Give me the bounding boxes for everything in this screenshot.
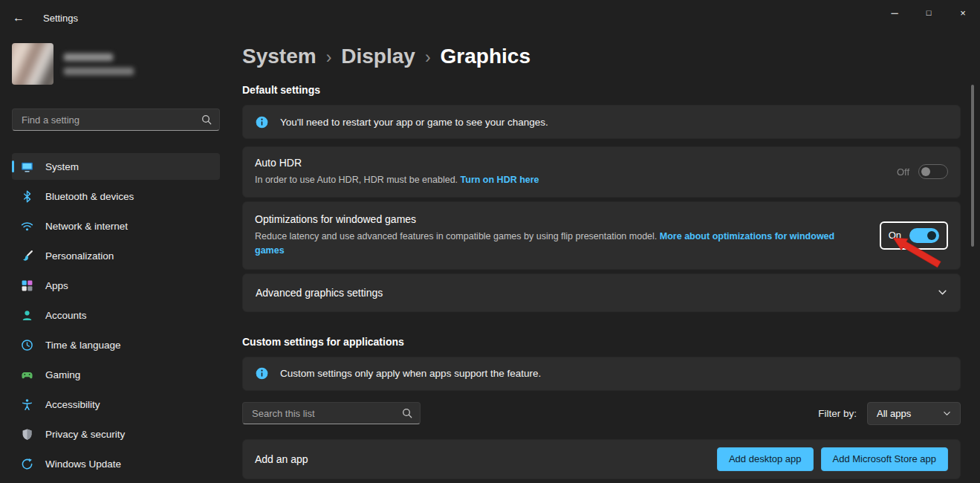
- windowed-games-toggle[interactable]: [909, 228, 939, 243]
- breadcrumb-current-graphics: Graphics: [441, 45, 530, 68]
- section-header-default-settings: Default settings: [242, 84, 961, 96]
- advanced-graphics-label: Advanced graphics settings: [256, 287, 383, 299]
- scrollbar[interactable]: [971, 85, 974, 247]
- sidebar-item-label: Gaming: [45, 369, 80, 380]
- sidebar-item-accessibility[interactable]: Accessibility: [12, 391, 220, 418]
- breadcrumb: System › Display › Graphics: [242, 45, 961, 68]
- toggle-highlight-box: On: [880, 221, 948, 250]
- wifi-icon: [21, 220, 33, 233]
- paintbrush-icon: [21, 250, 33, 262]
- shield-icon: [21, 428, 33, 441]
- breadcrumb-item-display[interactable]: Display: [341, 45, 415, 68]
- sidebar-search-input[interactable]: [20, 114, 201, 126]
- maximize-icon: □: [927, 8, 932, 17]
- window-controls: ─ □ ×: [877, 0, 980, 25]
- sidebar-item-privacy-security[interactable]: Privacy & security: [12, 421, 220, 447]
- add-store-app-button[interactable]: Add Microsoft Store app: [821, 447, 948, 471]
- list-search[interactable]: [242, 402, 421, 424]
- sidebar-item-gaming[interactable]: Gaming: [12, 361, 220, 388]
- minimize-icon: ─: [891, 7, 898, 19]
- info-icon: [256, 367, 268, 380]
- restart-notice-banner: You'll need to restart your app or game …: [242, 105, 961, 139]
- sidebar-item-network-internet[interactable]: Network & internet: [12, 213, 220, 239]
- sidebar-item-time-language[interactable]: Time & language: [12, 331, 220, 358]
- sidebar-item-label: Apps: [45, 280, 68, 291]
- chevron-down-icon: [943, 409, 951, 418]
- chevron-right-icon: ›: [425, 46, 431, 68]
- maximize-button[interactable]: □: [912, 0, 946, 25]
- auto-hdr-toggle-group: Off: [897, 164, 948, 179]
- filter-group: Filter by: All apps: [818, 402, 961, 425]
- section-header-custom-settings: Custom settings for applications: [242, 336, 961, 348]
- person-icon: [21, 309, 33, 322]
- sidebar-item-label: Bluetooth & devices: [45, 191, 134, 202]
- add-app-buttons: Add desktop app Add Microsoft Store app: [717, 447, 948, 471]
- search-icon: [402, 408, 412, 418]
- sidebar-item-bluetooth-devices[interactable]: Bluetooth & devices: [12, 183, 220, 210]
- windowed-games-description: Reduce latency and use advanced features…: [255, 231, 657, 242]
- bluetooth-icon: [21, 190, 33, 203]
- list-search-input[interactable]: [250, 407, 402, 420]
- avatar: [12, 43, 53, 85]
- auto-hdr-title: Auto HDR: [255, 157, 539, 169]
- turn-on-hdr-link[interactable]: Turn on HDR here: [461, 175, 539, 185]
- sidebar-item-label: Time & language: [45, 340, 121, 351]
- auto-hdr-toggle-label: Off: [897, 166, 909, 178]
- sidebar-item-apps[interactable]: Apps: [12, 272, 220, 299]
- sidebar-item-label: Accessibility: [45, 399, 100, 410]
- search-icon: [201, 114, 212, 125]
- back-arrow-icon: ←: [13, 11, 25, 25]
- auto-hdr-toggle[interactable]: [918, 164, 948, 179]
- filter-by-label: Filter by:: [818, 408, 857, 419]
- sidebar-item-label: System: [45, 161, 79, 172]
- restart-notice-text: You'll need to restart your app or game …: [280, 117, 548, 128]
- custom-notice-banner: Custom settings only apply when apps sup…: [242, 357, 961, 391]
- auto-hdr-description: In order to use Auto HDR, HDR must be en…: [255, 175, 458, 185]
- game-controller-icon: [21, 369, 33, 381]
- toggle-knob: [927, 231, 936, 240]
- add-app-card: Add an app Add desktop app Add Microsoft…: [242, 439, 961, 479]
- sidebar-item-label: Personalization: [45, 250, 114, 262]
- sidebar-item-accounts[interactable]: Accounts: [12, 302, 220, 328]
- clock-icon: [21, 339, 33, 351]
- add-app-label: Add an app: [255, 453, 308, 465]
- sidebar-item-personalization[interactable]: Personalization: [12, 242, 220, 269]
- add-desktop-app-button[interactable]: Add desktop app: [717, 447, 814, 471]
- list-controls-row: Filter by: All apps: [242, 402, 961, 425]
- sidebar-item-label: Accounts: [45, 310, 87, 321]
- system-icon: [21, 161, 33, 173]
- sidebar-nav: System Bluetooth & devices Network & int…: [12, 153, 220, 477]
- custom-notice-text: Custom settings only apply when apps sup…: [280, 368, 541, 379]
- user-email-line: [64, 68, 134, 75]
- main-content: System › Display › Graphics Default sett…: [242, 36, 961, 479]
- sidebar-item-label: Network & internet: [45, 221, 128, 232]
- update-arrows-icon: [21, 458, 33, 470]
- sidebar-search[interactable]: [12, 108, 220, 131]
- settings-window: ← Settings ─ □ ×: [0, 0, 980, 483]
- sidebar: System Bluetooth & devices Network & int…: [0, 36, 232, 483]
- windowed-games-toggle-group: On: [880, 221, 948, 250]
- windowed-games-title: Optimizations for windowed games: [255, 213, 849, 225]
- windowed-games-toggle-label: On: [889, 230, 901, 241]
- breadcrumb-item-system[interactable]: System: [242, 45, 317, 68]
- window-title: Settings: [43, 13, 78, 24]
- user-name-line: [64, 54, 113, 61]
- windowed-games-text: Optimizations for windowed games Reduce …: [255, 213, 849, 258]
- sidebar-item-system[interactable]: System: [12, 153, 220, 180]
- user-profile[interactable]: [12, 43, 220, 85]
- info-icon: [256, 116, 268, 129]
- sidebar-item-windows-update[interactable]: Windows Update: [12, 450, 220, 477]
- apps-grid-icon: [21, 279, 33, 292]
- sidebar-item-label: Privacy & security: [45, 429, 125, 440]
- close-icon: ×: [960, 7, 966, 19]
- close-button[interactable]: ×: [946, 0, 980, 25]
- minimize-button[interactable]: ─: [877, 0, 912, 25]
- chevron-down-icon: [938, 288, 947, 297]
- auto-hdr-card: Auto HDR In order to use Auto HDR, HDR m…: [242, 146, 961, 198]
- auto-hdr-text: Auto HDR In order to use Auto HDR, HDR m…: [255, 157, 539, 187]
- filter-dropdown[interactable]: All apps: [867, 402, 961, 425]
- filter-dropdown-value: All apps: [877, 408, 911, 419]
- user-name-redacted: [64, 54, 134, 75]
- back-button[interactable]: ←: [4, 5, 33, 30]
- advanced-graphics-card[interactable]: Advanced graphics settings: [242, 273, 961, 312]
